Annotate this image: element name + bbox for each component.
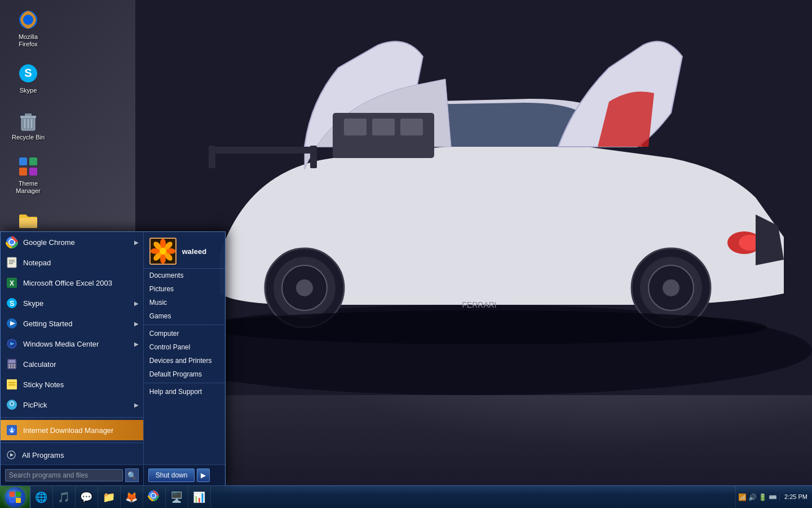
network-icon[interactable]: 📶 bbox=[738, 493, 747, 501]
picpick-arrow-icon: ▶ bbox=[134, 402, 139, 408]
start-item-calculator-label: Calculator bbox=[23, 360, 139, 369]
theme-manager-icon bbox=[17, 155, 39, 178]
taskbar-skype-button[interactable]: 💬 bbox=[76, 486, 98, 508]
start-button[interactable] bbox=[0, 486, 30, 509]
desktop-icon-skype[interactable]: S Skype bbox=[6, 59, 51, 97]
svg-rect-27 bbox=[25, 113, 32, 116]
all-programs-row[interactable]: All Programs bbox=[1, 445, 143, 465]
win-pane-blue bbox=[10, 498, 15, 503]
taskbar-ie-button[interactable]: 🌐 bbox=[30, 486, 53, 508]
excel-taskbar-icon: 📊 bbox=[193, 491, 204, 503]
start-search-area: 🔍 bbox=[1, 465, 143, 485]
start-item-getting-started-label: Getting Started bbox=[23, 319, 130, 328]
clock-time: 2:25 PM bbox=[784, 493, 807, 501]
svg-rect-59 bbox=[7, 379, 17, 389]
media-arrow-icon: ▶ bbox=[134, 341, 139, 347]
start-item-sticky-label: Sticky Notes bbox=[23, 380, 139, 389]
all-programs-icon bbox=[5, 449, 17, 461]
win-pane-green bbox=[16, 492, 21, 497]
documents-label: Documents bbox=[149, 271, 184, 279]
svg-point-84 bbox=[152, 494, 156, 498]
system-clock[interactable]: 2:25 PM bbox=[779, 493, 812, 501]
start-item-notepad[interactable]: Notepad bbox=[1, 252, 143, 273]
start-right-item-music[interactable]: Music bbox=[144, 296, 225, 309]
taskbar: 🌐 🎵 💬 📁 🦊 bbox=[0, 485, 812, 508]
getting-started-arrow-icon: ▶ bbox=[134, 321, 139, 327]
start-right-item-default-programs[interactable]: Default Programs bbox=[144, 367, 225, 381]
svg-rect-32 bbox=[29, 157, 37, 165]
start-right-item-devices-printers[interactable]: Devices and Printers bbox=[144, 354, 225, 367]
shutdown-button[interactable]: Shut down bbox=[148, 468, 195, 482]
folder-icon bbox=[17, 209, 39, 231]
volume-icon[interactable]: 🔊 bbox=[748, 493, 757, 501]
pictures-label: Pictures bbox=[149, 285, 174, 293]
desktop-icon-recycle-bin[interactable]: Recycle Bin bbox=[6, 106, 51, 144]
search-button[interactable]: 🔍 bbox=[125, 468, 139, 482]
start-right-divider-1 bbox=[144, 325, 225, 325]
start-item-google-chrome[interactable]: Google Chrome ▶ bbox=[1, 232, 143, 252]
desktop-icon-theme-manager[interactable]: Theme Manager bbox=[6, 152, 51, 198]
all-programs-label: All Programs bbox=[22, 451, 64, 459]
getting-started-icon bbox=[5, 317, 19, 330]
start-item-picpick-label: PicPick bbox=[23, 401, 130, 409]
svg-rect-57 bbox=[11, 366, 13, 368]
start-item-idm-label: Internet Download Manager bbox=[23, 426, 139, 435]
windows-logo bbox=[10, 492, 21, 503]
notepad-icon bbox=[5, 256, 19, 269]
svg-rect-17 bbox=[209, 146, 215, 168]
start-right-item-pictures[interactable]: Pictures bbox=[144, 282, 225, 296]
svg-rect-55 bbox=[14, 364, 15, 366]
start-item-notepad-label: Notepad bbox=[23, 259, 139, 267]
start-menu-divider-2 bbox=[1, 443, 143, 443]
svg-point-64 bbox=[11, 402, 13, 405]
svg-rect-16 bbox=[214, 147, 316, 154]
media-player-icon: 🎵 bbox=[58, 491, 69, 503]
svg-rect-38 bbox=[7, 257, 16, 268]
start-item-excel[interactable]: X Microsoft Office Excel 2003 bbox=[1, 273, 143, 293]
start-right-header: waleed bbox=[144, 232, 225, 269]
start-right-item-control-panel[interactable]: Control Panel bbox=[144, 340, 225, 354]
svg-point-20 bbox=[203, 310, 767, 344]
start-item-skype[interactable]: S Skype ▶ bbox=[1, 293, 143, 313]
taskbar-firefox-button[interactable]: 🦊 bbox=[121, 486, 143, 508]
start-item-sticky-notes[interactable]: Sticky Notes bbox=[1, 374, 143, 395]
search-input[interactable] bbox=[5, 469, 123, 481]
svg-point-13 bbox=[663, 279, 679, 296]
svg-rect-26 bbox=[20, 116, 36, 118]
svg-rect-53 bbox=[8, 364, 10, 366]
svg-text:FERRARI: FERRARI bbox=[462, 300, 496, 309]
start-right-item-help[interactable]: Help and Support bbox=[144, 385, 225, 398]
start-right-item-computer[interactable]: Computer bbox=[144, 327, 225, 340]
recycle-bin-icon-label: Recycle Bin bbox=[12, 134, 45, 141]
svg-marker-70 bbox=[10, 453, 14, 457]
games-label: Games bbox=[149, 312, 171, 320]
svg-rect-5 bbox=[400, 119, 423, 135]
start-right-item-games[interactable]: Games bbox=[144, 309, 225, 323]
firefox-icon-label: Mozilla Firefox bbox=[8, 33, 48, 48]
start-item-picpick[interactable]: PicPick ▶ bbox=[1, 395, 143, 415]
taskbar-media-button[interactable]: 🎵 bbox=[53, 486, 76, 508]
start-item-calculator[interactable]: Calculator bbox=[1, 354, 143, 374]
start-right-item-documents[interactable]: Documents bbox=[144, 269, 225, 282]
help-support-label: Help and Support bbox=[149, 388, 202, 396]
start-item-getting-started[interactable]: Getting Started ▶ bbox=[1, 313, 143, 334]
shutdown-arrow-button[interactable]: ▶ bbox=[197, 468, 210, 482]
sticky-notes-icon bbox=[5, 378, 19, 391]
taskbar-excel-button[interactable]: 📊 bbox=[188, 486, 211, 508]
firefox-taskbar-icon: 🦊 bbox=[125, 491, 136, 503]
start-item-idm[interactable]: Internet Download Manager bbox=[1, 420, 143, 440]
start-item-media-center[interactable]: Windows Media Center ▶ bbox=[1, 334, 143, 354]
skype-menu-icon: S bbox=[5, 296, 19, 310]
skype-icon: S bbox=[17, 62, 39, 85]
svg-point-9 bbox=[296, 279, 313, 296]
chrome-arrow-icon: ▶ bbox=[134, 239, 139, 246]
taskbar-explorer-button[interactable]: 📁 bbox=[98, 486, 121, 508]
taskbar-windows-button[interactable]: 🖥️ bbox=[166, 486, 188, 508]
win-pane-red bbox=[10, 492, 15, 497]
battery-icon[interactable]: 🔋 bbox=[758, 493, 767, 501]
keyboard-icon[interactable]: ⌨️ bbox=[769, 493, 777, 501]
desktop-icon-firefox[interactable]: Mozilla Firefox bbox=[6, 6, 51, 51]
music-label: Music bbox=[149, 299, 167, 306]
svg-rect-56 bbox=[8, 366, 10, 368]
taskbar-chrome-button[interactable] bbox=[143, 486, 166, 508]
